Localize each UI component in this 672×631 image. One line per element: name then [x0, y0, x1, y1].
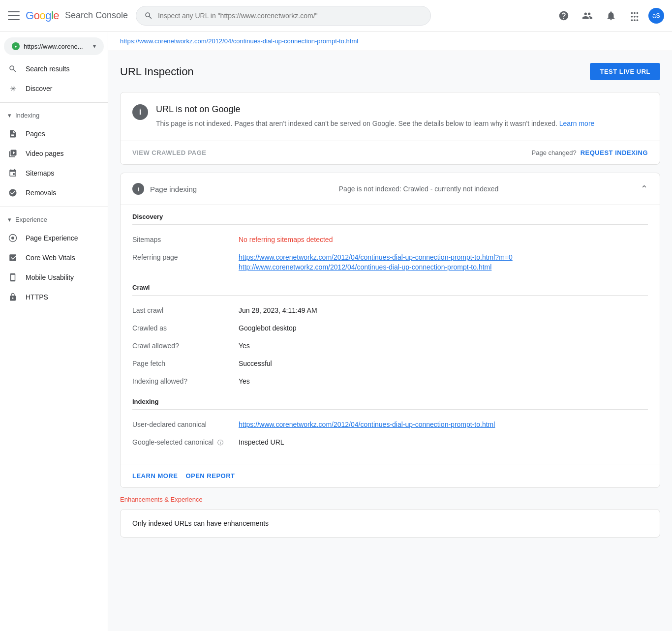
page-experience-icon: [8, 233, 18, 243]
page-changed-label: Page changed?: [532, 149, 577, 156]
view-crawled-page-button[interactable]: VIEW CRAWLED PAGE: [132, 149, 207, 156]
search-results-icon: [8, 64, 18, 74]
sidebar-item-page-experience[interactable]: Page Experience: [0, 228, 104, 248]
logo-area: Google Search Console: [26, 9, 128, 22]
sidebar: ● https://www.corene... ▾ Search results…: [0, 31, 108, 631]
user-canonical-label: User-declared canonical: [132, 421, 231, 428]
page-fetch-row: Page fetch Successful: [132, 355, 648, 372]
last-crawl-value: Jun 28, 2023, 4:11:49 AM: [239, 306, 648, 314]
status-header: i URL is not on Google This page is not …: [121, 92, 660, 141]
core-web-vitals-icon: [8, 253, 18, 263]
learn-more-link[interactable]: Learn more: [559, 120, 595, 127]
status-description: This page is not indexed. Pages that are…: [156, 119, 648, 129]
divider-2: [0, 207, 108, 207]
referring-page-link-2[interactable]: http://www.corenetworkz.com/2012/04/cont…: [239, 263, 648, 271]
help-icon[interactable]: [554, 6, 574, 26]
google-canonical-row: Google-selected canonical ⓘ Inspected UR…: [132, 433, 648, 452]
sitemaps-icon: [8, 168, 18, 178]
request-indexing-button[interactable]: REQUEST INDEXING: [580, 149, 648, 156]
indexing-section-title: Page indexing: [150, 185, 197, 193]
sidebar-label-page-experience: Page Experience: [26, 234, 78, 242]
sidebar-item-video-pages[interactable]: Video pages: [0, 144, 104, 163]
apps-icon[interactable]: [625, 6, 644, 26]
sidebar-item-search-results[interactable]: Search results: [0, 59, 104, 79]
indexing-section-label: Indexing: [15, 112, 39, 119]
sidebar-label-core-web-vitals: Core Web Vitals: [26, 254, 75, 262]
google-canonical-label: Google-selected canonical ⓘ: [132, 438, 231, 447]
page-fetch-value: Successful: [239, 360, 648, 367]
enhancements-message: Only indexed URLs can have enhancements: [132, 519, 269, 527]
video-pages-icon: [8, 149, 18, 158]
experience-section-header[interactable]: ▾ Experience: [0, 211, 108, 228]
detail-card: i Page indexing Page is not indexed: Cra…: [120, 173, 660, 488]
status-content: URL is not on Google This page is not in…: [156, 104, 648, 129]
google-logo: Google: [26, 9, 59, 22]
sidebar-item-pages[interactable]: Pages: [0, 124, 104, 144]
sidebar-label-sitemaps: Sitemaps: [26, 169, 54, 177]
sidebar-label-removals: Removals: [26, 189, 56, 197]
breadcrumb: https://www.corenetworkz.com/2012/04/con…: [108, 31, 672, 51]
search-icon: [144, 11, 153, 20]
last-crawl-row: Last crawl Jun 28, 2023, 4:11:49 AM: [132, 301, 648, 319]
test-live-url-button[interactable]: TEST LIVE URL: [590, 63, 660, 80]
indexing-sublabel: Indexing: [132, 390, 648, 410]
last-crawl-label: Last crawl: [132, 306, 231, 314]
referring-page-link-1[interactable]: https://www.corenetworkz.com/2012/04/con…: [239, 253, 648, 261]
sidebar-item-https[interactable]: HTTPS: [0, 287, 104, 307]
detail-header-left: i Page indexing: [132, 183, 197, 195]
sidebar-label-mobile-usability: Mobile Usability: [26, 273, 74, 281]
url-inspect-input[interactable]: [158, 12, 423, 20]
sidebar-item-removals[interactable]: Removals: [0, 183, 104, 203]
indexing-allowed-label: Indexing allowed?: [132, 377, 231, 385]
sidebar-label-video-pages: Video pages: [26, 150, 64, 157]
url-inspect-search[interactable]: [136, 6, 431, 26]
open-report-button[interactable]: OPEN REPORT: [185, 472, 235, 480]
indexing-section-status: Page is not indexed: Crawled - currently…: [339, 185, 499, 193]
referring-page-row: Referring page https://www.corenetworkz.…: [132, 248, 648, 276]
crawl-allowed-row: Crawl allowed? Yes: [132, 337, 648, 355]
property-selector[interactable]: ● https://www.corene... ▾: [4, 37, 104, 55]
page-fetch-label: Page fetch: [132, 360, 231, 367]
indexing-section-header[interactable]: ▾ Indexing: [0, 107, 108, 124]
main-content: https://www.corenetworkz.com/2012/04/con…: [108, 31, 672, 631]
detail-info-icon: i: [132, 183, 144, 195]
page-changed-area: Page changed? REQUEST INDEXING: [532, 149, 648, 156]
breadcrumb-url: https://www.corenetworkz.com/2012/04/con…: [120, 37, 358, 45]
avatar[interactable]: aS: [648, 8, 664, 24]
https-icon: [8, 292, 18, 302]
collapse-icon[interactable]: ⌃: [641, 183, 648, 194]
indexing-allowed-row: Indexing allowed? Yes: [132, 372, 648, 390]
sitemaps-label: Sitemaps: [132, 236, 231, 243]
property-icon: ●: [12, 42, 20, 50]
notifications-icon[interactable]: [601, 6, 621, 26]
topbar-left: Google Search Console: [8, 9, 136, 22]
referring-page-label: Referring page: [132, 253, 231, 261]
sitemaps-row: Sitemaps No referring sitemaps detected: [132, 231, 648, 248]
status-info-icon: i: [132, 104, 148, 120]
sidebar-item-mobile-usability[interactable]: Mobile Usability: [0, 268, 104, 287]
detail-header: i Page indexing Page is not indexed: Cra…: [121, 173, 660, 205]
status-footer: VIEW CRAWLED PAGE Page changed? REQUEST …: [121, 141, 660, 164]
user-canonical-value[interactable]: https://www.corenetworkz.com/2012/04/con…: [239, 421, 648, 428]
learn-more-button[interactable]: LEARN MORE: [132, 472, 178, 480]
discovery-label: Discovery: [132, 205, 648, 225]
enhancements-card: Only indexed URLs can have enhancements: [120, 509, 660, 538]
sidebar-label-pages: Pages: [26, 130, 45, 138]
experience-section-label: Experience: [15, 216, 47, 223]
detail-footer: LEARN MORE OPEN REPORT: [121, 464, 660, 487]
chevron-down-icon-indexing: ▾: [8, 112, 11, 119]
crawled-as-value: Googlebot desktop: [239, 324, 648, 332]
sidebar-item-discover[interactable]: ✳ Discover: [0, 79, 104, 98]
crawled-as-row: Crawled as Googlebot desktop: [132, 319, 648, 337]
hamburger-icon[interactable]: [8, 10, 20, 22]
google-canonical-value: Inspected URL: [239, 438, 648, 446]
sidebar-item-sitemaps[interactable]: Sitemaps: [0, 163, 104, 183]
accounts-icon[interactable]: [578, 6, 597, 26]
removals-icon: [8, 188, 18, 198]
referring-page-values: https://www.corenetworkz.com/2012/04/con…: [239, 253, 648, 271]
user-canonical-row: User-declared canonical https://www.core…: [132, 416, 648, 433]
divider-1: [0, 102, 108, 103]
svg-point-1: [11, 237, 14, 240]
chevron-down-icon-experience: ▾: [8, 216, 11, 223]
sidebar-item-core-web-vitals[interactable]: Core Web Vitals: [0, 248, 104, 268]
